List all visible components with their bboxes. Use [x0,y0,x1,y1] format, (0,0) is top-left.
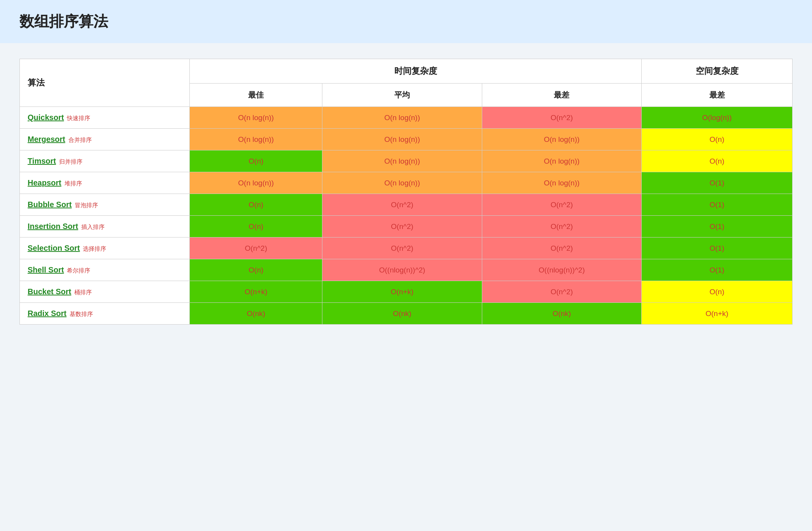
worst-space-complexity: O(n) [642,281,793,303]
algo-cell: Insertion Sort插入排序 [20,216,190,238]
avg-complexity: O(n+k) [322,281,482,303]
algo-name[interactable]: Mergesort [28,135,65,143]
worst-time-complexity: O(nk) [482,303,641,325]
algo-name[interactable]: Selection Sort [28,244,80,252]
algo-name[interactable]: Timsort [28,157,56,165]
avg-complexity: O(n^2) [322,238,482,259]
table-row: Insertion Sort插入排序O(n)O(n^2)O(n^2)O(1) [20,216,793,238]
algo-chinese: 快速排序 [67,115,90,121]
table-row: Timsort归并排序O(n)O(n log(n))O(n log(n))O(n… [20,150,793,172]
worst-time-complexity: O(n log(n)) [482,172,641,194]
algo-cell: Bucket Sort桶排序 [20,281,190,303]
table-row: Selection Sort选择排序O(n^2)O(n^2)O(n^2)O(1) [20,238,793,259]
avg-complexity: O((nlog(n))^2) [322,259,482,281]
algo-cell: Bubble Sort冒泡排序 [20,194,190,216]
col-header-time: 时间复杂度 [190,59,642,84]
algo-name[interactable]: Shell Sort [28,266,64,274]
worst-space-complexity: O(1) [642,259,793,281]
best-complexity: O(n) [190,150,322,172]
avg-complexity: O(n log(n)) [322,150,482,172]
avg-complexity: O(n log(n)) [322,129,482,150]
worst-space-complexity: O(1) [642,194,793,216]
worst-space-complexity: O(1) [642,216,793,238]
content-area: 算法 时间复杂度 空间复杂度 最佳 平均 最差 最差 Quicksort快速排序… [0,43,812,340]
table-body: Quicksort快速排序O(n log(n))O(n log(n))O(n^2… [20,107,793,325]
algo-chinese: 希尔排序 [67,267,90,274]
header-group-row: 算法 时间复杂度 空间复杂度 [20,59,793,84]
page-title: 数组排序算法 [19,12,793,31]
worst-time-complexity: O(n^2) [482,107,641,129]
table-row: Bucket Sort桶排序O(n+k)O(n+k)O(n^2)O(n) [20,281,793,303]
complexity-table: 算法 时间复杂度 空间复杂度 最佳 平均 最差 最差 Quicksort快速排序… [19,59,793,325]
worst-space-complexity: O(log(n)) [642,107,793,129]
algo-name[interactable]: Radix Sort [28,309,66,318]
algo-cell: Quicksort快速排序 [20,107,190,129]
algo-cell: Shell Sort希尔排序 [20,259,190,281]
algo-chinese: 合并排序 [68,136,92,143]
worst-space-complexity: O(1) [642,172,793,194]
worst-space-complexity: O(n) [642,129,793,150]
table-row: Bubble Sort冒泡排序O(n)O(n^2)O(n^2)O(1) [20,194,793,216]
algo-chinese: 插入排序 [81,224,105,230]
worst-time-complexity: O(n^2) [482,238,641,259]
avg-complexity: O(n log(n)) [322,107,482,129]
algo-chinese: 选择排序 [83,245,106,252]
worst-time-complexity: O(n^2) [482,216,641,238]
table-row: Shell Sort希尔排序O(n)O((nlog(n))^2)O((nlog(… [20,259,793,281]
table-row: Quicksort快速排序O(n log(n))O(n log(n))O(n^2… [20,107,793,129]
algo-cell: Radix Sort基数排序 [20,303,190,325]
best-complexity: O(n) [190,259,322,281]
best-complexity: O(n log(n)) [190,172,322,194]
best-complexity: O(n) [190,194,322,216]
worst-time-complexity: O(n^2) [482,194,641,216]
best-complexity: O(n+k) [190,281,322,303]
table-row: Heapsort堆排序O(n log(n))O(n log(n))O(n log… [20,172,793,194]
avg-complexity: O(nk) [322,303,482,325]
sub-header-worst-space: 最差 [642,84,793,107]
algo-name[interactable]: Heapsort [28,178,61,187]
avg-complexity: O(n^2) [322,194,482,216]
col-header-algo: 算法 [20,59,190,107]
algo-cell: Timsort归并排序 [20,150,190,172]
avg-complexity: O(n^2) [322,216,482,238]
best-complexity: O(n log(n)) [190,107,322,129]
algo-name[interactable]: Bubble Sort [28,200,72,209]
worst-time-complexity: O((nlog(n))^2) [482,259,641,281]
avg-complexity: O(n log(n)) [322,172,482,194]
table-row: Radix Sort基数排序O(nk)O(nk)O(nk)O(n+k) [20,303,793,325]
best-complexity: O(n^2) [190,238,322,259]
algo-chinese: 堆排序 [65,180,82,187]
algo-chinese: 冒泡排序 [75,202,98,208]
algo-chinese: 桶排序 [74,289,92,295]
best-complexity: O(n) [190,216,322,238]
algo-cell: Heapsort堆排序 [20,172,190,194]
algo-name[interactable]: Insertion Sort [28,222,78,231]
worst-space-complexity: O(n+k) [642,303,793,325]
algo-name[interactable]: Quicksort [28,113,64,122]
worst-time-complexity: O(n log(n)) [482,129,641,150]
sub-header-avg: 平均 [322,84,482,107]
worst-time-complexity: O(n^2) [482,281,641,303]
algo-chinese: 归并排序 [59,158,82,165]
algo-cell: Selection Sort选择排序 [20,238,190,259]
sub-header-worst-time: 最差 [482,84,641,107]
algo-cell: Mergesort合并排序 [20,129,190,150]
table-row: Mergesort合并排序O(n log(n))O(n log(n))O(n l… [20,129,793,150]
page-header: 数组排序算法 [0,0,812,43]
sub-header-best: 最佳 [190,84,322,107]
worst-space-complexity: O(1) [642,238,793,259]
algo-name[interactable]: Bucket Sort [28,287,71,296]
worst-space-complexity: O(n) [642,150,793,172]
col-header-space: 空间复杂度 [642,59,793,84]
best-complexity: O(nk) [190,303,322,325]
algo-chinese: 基数排序 [70,311,93,317]
best-complexity: O(n log(n)) [190,129,322,150]
worst-time-complexity: O(n log(n)) [482,150,641,172]
